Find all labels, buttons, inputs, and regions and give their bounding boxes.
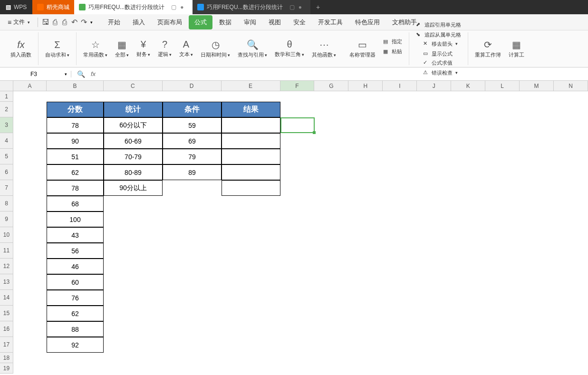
col-header-E[interactable]: E [222,81,280,91]
table-cell[interactable]: 100 [47,212,104,227]
calc-sheet-button[interactable]: ▦计算工 [506,37,527,60]
save-icon[interactable]: 🖫 [42,19,49,26]
tab-insert[interactable]: 插入 [127,15,151,29]
table-header[interactable]: 统计 [104,102,163,117]
row-header-7[interactable]: 7 [0,180,13,196]
table-cell[interactable]: 56 [47,243,104,259]
table-cell[interactable]: 59 [163,117,222,133]
row-header-17[interactable]: 17 [0,337,13,353]
name-manager-button[interactable]: ▭名称管理器 [347,37,378,60]
row-header-9[interactable]: 9 [0,212,13,227]
tab-devtools[interactable]: 开发工具 [312,15,348,29]
table-cell[interactable] [222,133,280,149]
name-box-input[interactable] [4,71,64,77]
other-fn-button[interactable]: ⋯其他函数▾ [309,37,339,60]
error-check-button[interactable]: ⚠错误检查▾ [420,68,461,77]
recalc-button[interactable]: ⟳重算工作簿 [472,37,504,60]
table-cell[interactable]: 78 [47,180,104,196]
table-cell[interactable] [222,117,280,133]
row-header-11[interactable]: 11 [0,243,13,259]
table-cell[interactable]: 92 [47,337,104,353]
tab-review[interactable]: 审阅 [238,15,262,29]
table-cell[interactable]: 70-79 [104,149,163,164]
tab-document-1[interactable]: 巧用FREQU...数进行分段统计 ▢ ● [74,0,192,14]
cells-area[interactable]: 分数统计条件结果78905162786810043564660766288926… [13,91,588,375]
row-header-4[interactable]: 4 [0,133,13,149]
row-header-19[interactable]: 19 [0,363,13,374]
text-button[interactable]: A文本▾ [176,37,196,60]
table-cell[interactable]: 90分以上 [104,180,163,196]
tab-store[interactable]: 稻壳商城 [32,0,74,14]
col-header-N[interactable]: N [554,81,588,91]
col-header-A[interactable]: A [13,81,47,91]
table-cell[interactable] [222,180,280,196]
table-header[interactable]: 分数 [47,102,104,117]
math-button[interactable]: θ数学和三角▾ [272,37,307,60]
table-cell[interactable]: 78 [47,117,104,133]
row-header-6[interactable]: 6 [0,164,13,180]
tab-window-icon[interactable]: ▢ [171,4,176,10]
new-tab-button[interactable]: + [310,3,326,11]
table-cell[interactable]: 76 [47,290,104,306]
row-header-8[interactable]: 8 [0,196,13,212]
col-header-F[interactable]: F [280,81,315,91]
all-fn-button[interactable]: ▦全部▾ [112,37,132,60]
col-header-L[interactable]: L [485,81,520,91]
table-header[interactable]: 结果 [222,102,280,117]
tab-window-icon[interactable]: ▢ [289,4,295,10]
table-cell[interactable]: 43 [47,227,104,243]
insert-function-button[interactable]: fx 插入函数 [8,38,34,60]
col-header-I[interactable]: I [383,81,417,91]
chevron-down-icon[interactable]: ▾ [90,20,93,25]
remove-arrows-button[interactable]: ✕移去箭头▾ [420,39,461,48]
table-cell[interactable] [222,164,280,180]
logic-button[interactable]: ?逻辑▾ [155,37,174,60]
col-header-H[interactable]: H [348,81,383,91]
table-cell[interactable]: 90 [47,133,104,149]
tab-document-2[interactable]: 巧用FREQU...数进行分段统计 ▢ ● [193,0,310,14]
table-cell[interactable]: 62 [47,164,104,180]
paste-name-button[interactable]: ▦粘贴 [380,47,405,56]
redo-icon[interactable]: ↷ [80,19,87,26]
print-icon[interactable]: ⎙ [61,19,68,26]
evaluate-button[interactable]: ✓公式求值 [420,58,461,67]
autosum-button[interactable]: Σ 自动求和▾ [42,38,72,60]
col-header-K[interactable]: K [451,81,485,91]
table-cell[interactable]: 51 [47,149,104,164]
file-menu[interactable]: ≡ 文件 ▾ [4,16,34,28]
tab-view[interactable]: 视图 [263,15,287,29]
table-cell[interactable]: 46 [47,259,104,274]
tab-special[interactable]: 特色应用 [349,15,386,29]
print-preview-icon[interactable]: ⎙ [51,19,59,26]
row-header-12[interactable]: 12 [0,259,13,274]
undo-icon[interactable]: ↶ [70,19,78,26]
common-fn-button[interactable]: ☆常用函数▾ [80,37,110,60]
row-header-5[interactable]: 5 [0,149,13,164]
tab-close-icon[interactable]: ● [299,4,302,10]
table-cell[interactable]: 69 [163,133,222,149]
table-cell[interactable]: 60分以下 [104,117,163,133]
row-header-18[interactable]: 18 [0,353,13,363]
row-header-10[interactable]: 10 [0,227,13,243]
lookup-button[interactable]: 🔍查找与引用▾ [235,37,270,60]
trace-precedents-button[interactable]: ⬈追踪引用单元格 [413,20,464,29]
col-header-D[interactable]: D [163,81,222,91]
table-cell[interactable]: 68 [47,196,104,212]
finance-button[interactable]: ¥财务▾ [134,37,153,60]
table-cell[interactable] [222,149,280,164]
tab-formula[interactable]: 公式 [189,15,212,29]
table-cell[interactable]: 88 [47,321,104,337]
col-header-C[interactable]: C [104,81,163,91]
col-header-M[interactable]: M [520,81,554,91]
zoom-icon[interactable]: 🔍 [77,70,85,78]
table-cell[interactable]: 60-69 [104,133,163,149]
row-header-16[interactable]: 16 [0,321,13,337]
table-cell[interactable]: 62 [47,306,104,321]
row-header-3[interactable]: 3 [0,117,13,133]
tab-security[interactable]: 安全 [288,15,311,29]
spreadsheet-grid[interactable]: ABCDEFGHIJKLMN 1234567891011121314151617… [0,81,588,375]
trace-dependents-button[interactable]: ⬊追踪从属单元格 [413,30,464,39]
datetime-button[interactable]: ◷日期和时间▾ [198,37,233,60]
row-header-14[interactable]: 14 [0,290,13,306]
row-header-2[interactable]: 2 [0,102,13,117]
